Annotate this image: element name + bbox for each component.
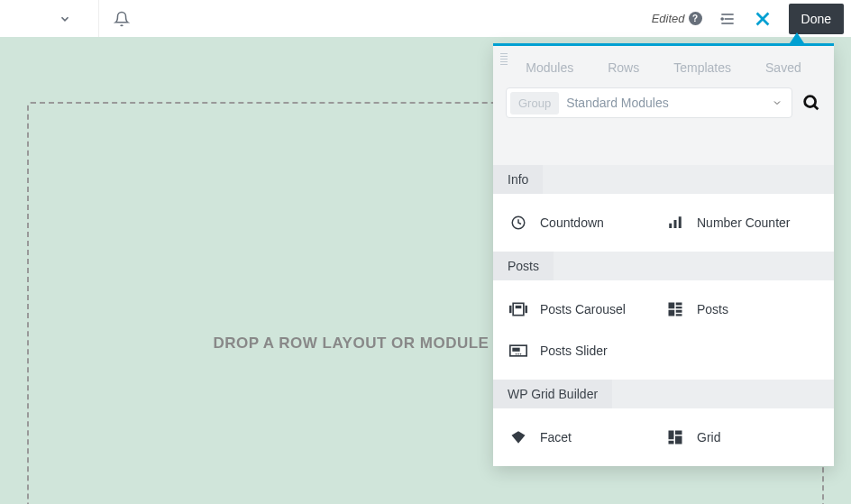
tab-modules[interactable]: Modules [526, 60, 573, 75]
svg-rect-12 [509, 306, 512, 313]
module-label: Grid [697, 430, 720, 444]
category-info: Info Countdown Number Counter [493, 165, 834, 252]
svg-rect-30 [675, 436, 682, 444]
module-label: Facet [540, 430, 572, 444]
category-body: Facet Grid [493, 408, 834, 466]
close-panel-button[interactable] [753, 9, 773, 29]
module-posts[interactable]: Posts [666, 300, 818, 318]
topbar-right: Edited ? Done [652, 4, 851, 34]
chevron-down-icon [59, 13, 71, 25]
module-facet[interactable]: Facet [509, 428, 661, 446]
search-row: Group Standard Modules [493, 87, 834, 129]
modules-scroll[interactable]: Info Countdown Number Counter [493, 165, 834, 466]
posts-grid-icon [666, 300, 684, 318]
close-icon [753, 9, 773, 29]
svg-rect-13 [513, 303, 524, 315]
module-label: Posts Carousel [540, 302, 626, 316]
svg-rect-9 [669, 224, 672, 228]
module-label: Number Counter [697, 215, 791, 230]
module-label: Posts Slider [540, 344, 608, 358]
category-posts: Posts Posts Carousel Posts [493, 252, 834, 380]
module-posts-slider[interactable]: Posts Slider [509, 342, 661, 360]
module-group-select[interactable]: Group Standard Modules [506, 87, 792, 118]
group-chip: Group [510, 92, 559, 115]
svg-rect-28 [669, 431, 674, 440]
modules-panel: Modules Rows Templates Saved Group Stand… [493, 43, 834, 466]
svg-rect-19 [669, 310, 675, 316]
svg-rect-17 [676, 303, 682, 306]
category-header: Info [493, 165, 834, 194]
panel-arrow [790, 32, 804, 43]
svg-rect-29 [675, 431, 682, 435]
module-countdown[interactable]: Countdown [509, 214, 661, 232]
svg-marker-27 [512, 431, 526, 444]
panel-tabs: Modules Rows Templates Saved [493, 46, 834, 87]
svg-rect-14 [526, 306, 528, 313]
tab-templates[interactable]: Templates [673, 60, 731, 75]
chevron-down-icon [772, 97, 782, 108]
carousel-icon [509, 300, 527, 318]
svg-rect-31 [669, 441, 674, 444]
help-icon[interactable]: ? [689, 12, 702, 25]
search-button[interactable] [801, 93, 821, 113]
module-posts-carousel[interactable]: Posts Carousel [509, 300, 661, 318]
edited-label: Edited [652, 12, 685, 25]
bars-icon [666, 214, 684, 232]
svg-rect-16 [669, 303, 675, 309]
category-name: WP Grid Builder [493, 380, 612, 408]
clock-icon [509, 214, 527, 232]
notifications-button[interactable] [99, 0, 144, 37]
tab-saved[interactable]: Saved [765, 60, 801, 75]
topbar-left [0, 0, 144, 37]
module-label: Posts [697, 302, 728, 316]
category-name: Posts [493, 252, 554, 280]
category-body: Countdown Number Counter [493, 194, 834, 252]
outline-button[interactable] [718, 10, 737, 28]
outline-icon [718, 10, 737, 28]
slider-icon [509, 342, 527, 360]
tab-rows[interactable]: Rows [608, 60, 639, 75]
group-value: Standard Modules [566, 96, 772, 110]
page-dropdown[interactable] [0, 0, 99, 37]
svg-point-24 [516, 353, 517, 355]
svg-rect-21 [676, 314, 682, 316]
svg-line-7 [814, 105, 818, 109]
panel-spacer [493, 129, 834, 165]
edited-status: Edited ? [652, 12, 702, 25]
topbar: Edited ? Done [0, 0, 851, 37]
category-wp-grid-builder: WP Grid Builder Facet Grid [493, 380, 834, 466]
category-name: Info [493, 165, 543, 194]
svg-rect-15 [516, 306, 522, 308]
svg-rect-10 [674, 220, 677, 228]
category-header: Posts [493, 252, 834, 280]
svg-point-6 [805, 96, 816, 107]
module-grid[interactable]: Grid [666, 428, 818, 446]
bell-icon [114, 11, 130, 27]
grid-icon [666, 428, 684, 446]
svg-rect-18 [676, 307, 682, 308]
done-button[interactable]: Done [789, 4, 844, 34]
module-number-counter[interactable]: Number Counter [666, 214, 818, 232]
svg-rect-23 [512, 348, 519, 352]
category-body: Posts Carousel Posts Posts Slider [493, 280, 834, 380]
svg-point-25 [517, 353, 519, 355]
svg-rect-11 [679, 216, 682, 228]
module-label: Countdown [540, 215, 604, 230]
svg-rect-20 [676, 310, 682, 313]
diamond-icon [509, 428, 527, 446]
category-header: WP Grid Builder [493, 380, 834, 408]
svg-point-3 [721, 18, 723, 20]
svg-point-26 [520, 353, 522, 355]
search-icon [801, 93, 821, 113]
